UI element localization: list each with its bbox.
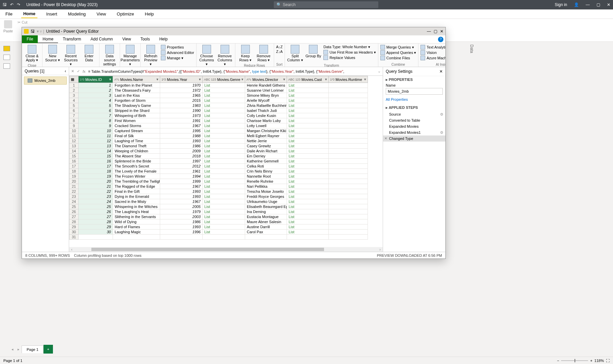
cell-empty[interactable] [245, 235, 287, 240]
cell-runtime[interactable] [329, 169, 368, 174]
cell-cast[interactable]: List [287, 123, 329, 128]
cell-runtime[interactable] [329, 199, 368, 204]
cell-cast[interactable]: List [287, 224, 329, 230]
pq-tab-home[interactable]: Home [38, 35, 58, 43]
close-icon[interactable]: ✕ [607, 2, 610, 7]
cell-id[interactable]: 1 [79, 83, 113, 88]
cell-runtime[interactable] [329, 108, 368, 113]
help-icon[interactable]: ? [438, 37, 443, 42]
cell-director[interactable]: Carol Pax [245, 230, 287, 235]
manage-parameters-button[interactable]: Manage Parameters ▾ [122, 45, 138, 66]
applied-step[interactable]: Converted to Table [383, 117, 445, 123]
cell-name[interactable]: The Diamond Theft [113, 144, 160, 149]
next-page-icon[interactable]: ▸ [16, 347, 22, 352]
cell-empty[interactable] [329, 235, 368, 240]
column-header-movies-id[interactable]: 1²3Movies.ID▾ [79, 76, 113, 83]
table-view-icon[interactable] [3, 55, 10, 60]
cell-genre[interactable]: List [203, 174, 245, 179]
cell-id[interactable]: 3 [79, 93, 113, 98]
cell-year[interactable]: 1995 [160, 128, 203, 133]
pq-close-icon[interactable]: ✕ [440, 29, 443, 34]
cell-id[interactable]: 27 [79, 214, 113, 219]
data-source-settings-button[interactable]: Data source settings [101, 45, 118, 66]
cell-id[interactable]: 6 [79, 108, 113, 113]
cell-runtime[interactable] [329, 184, 368, 189]
cell-id[interactable]: 10 [79, 128, 113, 133]
cell-year[interactable]: 1986 [160, 144, 203, 149]
recent-sources-button[interactable]: Recent Sources ▾ [63, 45, 79, 66]
remove-rows-button[interactable]: Remove Rows ▾ [256, 45, 272, 62]
model-view-icon[interactable] [3, 63, 10, 69]
cell-year[interactable]: 1993 [160, 189, 203, 194]
row-number[interactable]: 3 [69, 93, 79, 98]
cell-director[interactable]: Nettie Jerrie [245, 139, 287, 144]
global-search[interactable]: 🔍 Search [274, 1, 378, 8]
cell-director[interactable]: Freddi Royce Georges [245, 194, 287, 199]
cell-name[interactable]: Cracked Storms [113, 123, 160, 128]
cell-cast[interactable]: List [287, 184, 329, 189]
data-type-dropdown[interactable]: Data Type: Whole Number ▾ [323, 45, 376, 49]
row-number[interactable]: 29 [69, 224, 79, 230]
cell-genre[interactable]: List [203, 209, 245, 214]
cell-name[interactable]: The Shadowy's Game [113, 103, 160, 108]
row-number[interactable]: 7 [69, 113, 79, 118]
cell-runtime[interactable] [329, 88, 368, 93]
cell-year[interactable]: 1988 [160, 133, 203, 139]
row-number[interactable]: 17 [69, 164, 79, 169]
cell-id[interactable]: 17 [79, 164, 113, 169]
cell-genre[interactable]: List [203, 219, 245, 224]
cell-empty[interactable] [287, 235, 329, 240]
cell-year[interactable]: 1999 [160, 179, 203, 184]
column-header-movies-year[interactable]: 1²3Movies.Year▾ [160, 76, 203, 83]
cell-runtime[interactable] [329, 214, 368, 219]
row-number[interactable]: 26 [69, 209, 79, 214]
cell-cast[interactable]: List [287, 230, 329, 235]
paste-icon[interactable] [4, 20, 12, 28]
pq-tab-tools[interactable]: Tools [136, 35, 154, 43]
cell-cast[interactable]: List [287, 209, 329, 214]
cell-genre[interactable]: List [203, 179, 245, 184]
cell-cast[interactable]: List [287, 214, 329, 219]
row-number[interactable]: 14 [69, 149, 79, 154]
cell-runtime[interactable] [329, 194, 368, 199]
cell-name[interactable]: The Trembling of the Twilight [113, 179, 160, 184]
cell-id[interactable]: 29 [79, 224, 113, 230]
vision-button[interactable]: Vision [420, 50, 445, 55]
cell-director[interactable]: Elisabeth Beauregard Eph [245, 204, 287, 209]
cell-cast[interactable]: List [287, 169, 329, 174]
cell-runtime[interactable] [329, 133, 368, 139]
row-number[interactable]: 25 [69, 204, 79, 209]
cell-year[interactable]: 1965 [160, 93, 203, 98]
cell-runtime[interactable] [329, 144, 368, 149]
cell-genre[interactable]: List [203, 159, 245, 164]
cell-name[interactable]: Dying in the Emerald [113, 194, 160, 199]
signin-link[interactable]: Sign in [555, 2, 567, 7]
cell-genre[interactable]: List [203, 133, 245, 139]
cell-runtime[interactable] [329, 93, 368, 98]
cell-director[interactable]: Ina Deming [245, 209, 287, 214]
cell-cast[interactable]: List [287, 83, 329, 88]
cell-genre[interactable]: List [203, 194, 245, 199]
cell-genre[interactable]: List [203, 108, 245, 113]
cell-director[interactable]: Colly Leslie Kusin [245, 113, 287, 118]
column-header-movies-director[interactable]: AᴮcMovies.Director▾ [245, 76, 287, 83]
cell-name[interactable]: Stripped in the Shard [113, 108, 160, 113]
azure-ml-button[interactable]: Azure Machine Learning [420, 56, 445, 60]
delete-step-icon[interactable]: ✕ [384, 136, 387, 140]
cell-year[interactable]: 2018 [160, 154, 203, 159]
cell-runtime[interactable] [329, 204, 368, 209]
cell-cast[interactable]: List [287, 128, 329, 133]
row-number[interactable]: 1 [69, 83, 79, 88]
cell-year[interactable]: 1994 [160, 174, 203, 179]
replace-values-button[interactable]: Replace Values [323, 55, 376, 60]
cell-cast[interactable]: List [287, 108, 329, 113]
minimize-icon[interactable]: — [586, 2, 590, 7]
pq-save-icon[interactable]: 🖫 [31, 29, 35, 34]
cell-id[interactable]: 19 [79, 174, 113, 179]
cell-name[interactable]: Hard of Flames [113, 224, 160, 230]
row-header-corner[interactable]: ▦ [69, 76, 79, 83]
pq-minimize-icon[interactable]: — [427, 29, 431, 34]
remove-columns-button[interactable]: Remove Columns ▾ [217, 45, 233, 66]
cancel-formula-icon[interactable]: ✕ [71, 69, 74, 73]
new-source-button[interactable]: New Source ▾ [45, 45, 61, 62]
